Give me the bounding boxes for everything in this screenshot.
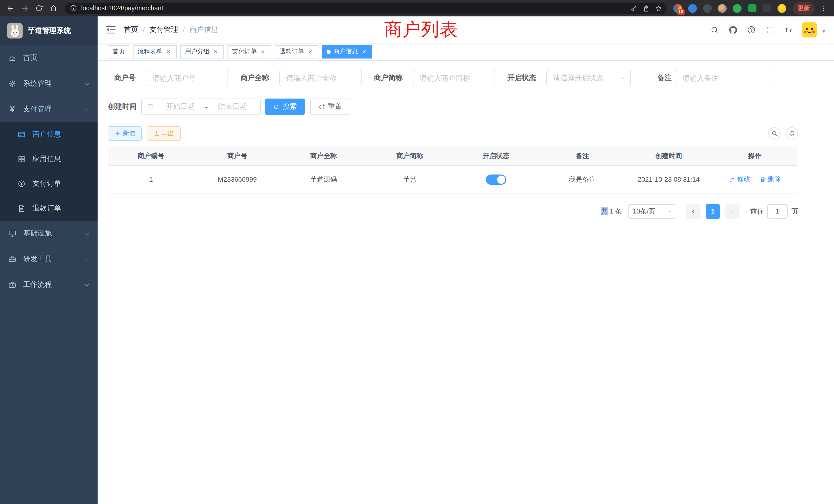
next-page-button[interactable] <box>725 204 740 219</box>
logo[interactable]: 芋道管理系统 <box>0 17 97 45</box>
tab-process-form[interactable]: 流程表单 × <box>133 45 177 58</box>
page-size-select[interactable]: 10条/页 <box>628 204 676 219</box>
sidebar-toggle-button[interactable] <box>105 24 116 36</box>
goto-page-input[interactable] <box>767 204 788 219</box>
browser-update-button[interactable]: 更新 <box>793 2 814 15</box>
tab-label: 商户信息 <box>333 47 358 56</box>
close-icon[interactable]: × <box>259 48 266 55</box>
date-range-picker[interactable]: 开始日期 - 结束日期 <box>141 98 261 115</box>
forward-arrow-icon <box>20 4 29 13</box>
tab-home[interactable]: 首页 <box>108 45 129 58</box>
start-date-placeholder: 开始日期 <box>158 102 203 111</box>
tab-merchant-info[interactable]: 商户信息 × <box>322 45 372 58</box>
close-icon[interactable]: × <box>165 48 172 55</box>
page-size-value: 10条/页 <box>633 207 667 216</box>
user-avatar[interactable] <box>802 22 817 38</box>
column-header: 商户全称 <box>280 147 367 165</box>
merchant-no-input[interactable] <box>146 70 228 86</box>
bookmark-star-icon[interactable] <box>652 2 664 14</box>
browser-back-button[interactable] <box>3 1 18 16</box>
delete-link[interactable]: 删除 <box>760 175 781 184</box>
edit-link-label: 修改 <box>737 175 750 184</box>
pay-order-icon <box>17 179 26 188</box>
short-name-input[interactable] <box>413 70 495 86</box>
status-select[interactable]: 请选择开启状态 <box>546 70 631 86</box>
tab-pay-order[interactable]: 支付订单 × <box>227 45 271 58</box>
refresh-table-button[interactable] <box>786 127 798 140</box>
sidebar-item-system[interactable]: 系统管理 <box>0 71 97 96</box>
sidebar-item-app-info[interactable]: 应用信息 <box>0 147 97 171</box>
full-name-input[interactable] <box>279 70 361 86</box>
address-bar[interactable]: localhost:1024/pay/merchant <box>65 2 666 14</box>
sidebar-item-label: 支付订单 <box>32 179 61 188</box>
chevron-down-icon <box>84 81 90 87</box>
total-text: 1 条 <box>610 207 622 215</box>
tab-label: 支付订单 <box>232 47 257 56</box>
github-icon[interactable] <box>728 25 738 35</box>
sidebar-item-label: 研发工具 <box>23 255 52 264</box>
page-number-button[interactable]: 1 <box>706 204 720 219</box>
site-info-icon[interactable] <box>70 5 77 12</box>
sidebar-item-workflow[interactable]: 工作流程 <box>0 272 97 298</box>
extension-green-circle-icon[interactable] <box>730 1 744 15</box>
filter-row-2: 创建时间 开始日期 - 结束日期 搜索 <box>108 98 798 115</box>
calendar-icon <box>147 103 154 110</box>
browser-forward-button[interactable] <box>18 1 32 16</box>
sidebar-item-merchant-info[interactable]: 商户信息 <box>0 122 97 147</box>
card-icon <box>17 130 26 139</box>
extension-smiley-icon[interactable] <box>775 1 789 15</box>
tab-refund-order[interactable]: 退款订单 × <box>275 45 319 58</box>
extension-avatar-icon[interactable] <box>716 1 729 15</box>
search-button[interactable]: 搜索 <box>265 98 305 115</box>
kebab-menu-icon <box>820 5 827 12</box>
tab-label: 首页 <box>112 47 125 56</box>
search-icon[interactable] <box>709 25 720 35</box>
close-icon[interactable]: × <box>360 48 368 55</box>
browser-menu-button[interactable] <box>816 1 831 16</box>
extension-blue-icon[interactable] <box>686 1 699 15</box>
extension-colorwheel-icon[interactable]: 10 <box>671 1 684 15</box>
status-toggle[interactable] <box>486 174 506 184</box>
field-label: 商户简称 <box>374 73 403 83</box>
column-header: 商户号 <box>194 147 280 165</box>
sidebar-item-home[interactable]: 首页 <box>0 45 97 71</box>
fullscreen-icon[interactable] <box>765 25 775 35</box>
sidebar-item-infra[interactable]: 基础设施 <box>0 221 97 246</box>
cell-short-name: 芋艿 <box>367 165 453 193</box>
sidebar-item-refund-order[interactable]: 退款订单 <box>0 196 97 221</box>
tab-user-group[interactable]: 用户分组 × <box>180 45 224 58</box>
add-button[interactable]: 新增 <box>108 126 142 141</box>
sidebar: 芋道管理系统 首页 系统管理 ¥ 支付管理 <box>0 17 97 504</box>
sidebar-item-payment[interactable]: ¥ 支付管理 <box>0 96 97 122</box>
sidebar-item-pay-order[interactable]: 支付订单 <box>0 171 97 196</box>
column-header: 操作 <box>712 147 798 165</box>
table-toolbar: 新增 导出 <box>108 126 798 141</box>
date-separator: - <box>203 102 210 111</box>
font-size-icon[interactable]: TT <box>783 25 793 35</box>
breadcrumb-home[interactable]: 首页 <box>124 25 138 35</box>
help-icon[interactable] <box>746 25 756 35</box>
password-key-icon[interactable] <box>628 2 640 14</box>
edit-link[interactable]: 修改 <box>729 175 750 184</box>
extension-green-square-icon[interactable] <box>745 1 759 15</box>
share-icon[interactable] <box>640 2 652 14</box>
export-button[interactable]: 导出 <box>147 126 181 141</box>
column-header: 备注 <box>539 147 626 165</box>
extension-dark-circle-icon[interactable] <box>701 1 714 15</box>
app-frame: 芋道管理系统 首页 系统管理 ¥ 支付管理 <box>0 17 834 504</box>
breadcrumb-payment[interactable]: 支付管理 <box>150 25 178 35</box>
close-icon[interactable]: × <box>212 48 219 55</box>
remark-input[interactable] <box>676 70 771 86</box>
browser-home-button[interactable] <box>46 1 61 16</box>
reset-button[interactable]: 重置 <box>310 98 350 115</box>
pagination: 共 1 条 10条/页 1 前往 页 <box>108 204 798 219</box>
extension-pin-icon[interactable] <box>760 1 774 15</box>
avatar-caret-icon[interactable]: ▼ <box>821 28 826 34</box>
sidebar-item-devtools[interactable]: 研发工具 <box>0 246 97 272</box>
extension-badge: 10 <box>677 9 684 15</box>
close-icon[interactable]: × <box>307 48 314 55</box>
toggle-search-button[interactable] <box>768 127 781 140</box>
browser-reload-button[interactable] <box>32 1 46 16</box>
home-icon <box>49 4 58 12</box>
prev-page-button[interactable] <box>686 204 701 219</box>
